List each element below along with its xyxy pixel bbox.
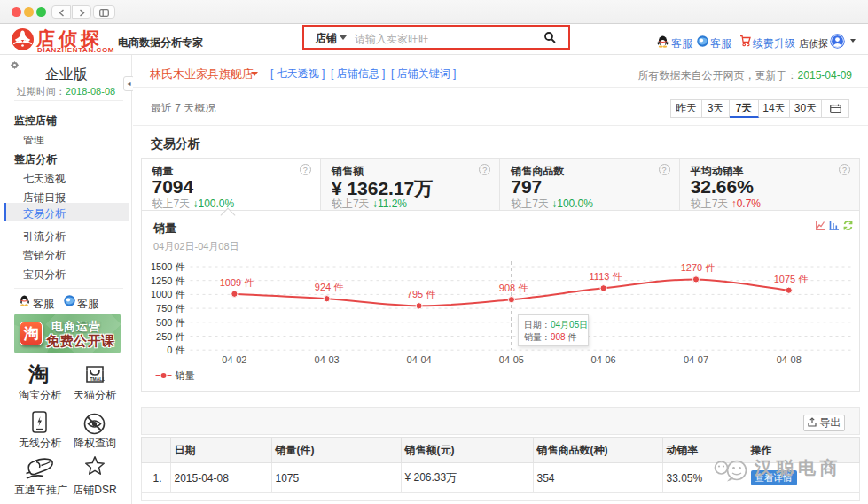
svg-text:0 件: 0 件 — [167, 345, 184, 355]
svg-text:250 件: 250 件 — [156, 331, 184, 342]
svg-text:1075 件: 1075 件 — [773, 274, 808, 284]
svg-text:TMALL: TMALL — [90, 376, 106, 382]
svg-text:1000 件: 1000 件 — [150, 289, 184, 299]
svg-text:04-05: 04-05 — [498, 354, 523, 365]
svg-text:1250 件: 1250 件 — [150, 275, 184, 286]
svg-text:750 件: 750 件 — [156, 303, 184, 314]
svg-text:04-08: 04-08 — [776, 354, 801, 365]
svg-text:销量: 销量 — [174, 370, 194, 381]
svg-text:1270 件: 1270 件 — [680, 262, 715, 273]
svg-text:1113 件: 1113 件 — [589, 271, 622, 282]
svg-text:04-03: 04-03 — [314, 354, 339, 365]
svg-text:1009 件: 1009 件 — [219, 277, 254, 288]
svg-text:04-06: 04-06 — [590, 354, 615, 365]
svg-text:04-02: 04-02 — [222, 354, 246, 365]
svg-text:04-07: 04-07 — [683, 354, 708, 365]
svg-text:1500 件: 1500 件 — [150, 261, 184, 272]
svg-text:908 件: 908 件 — [498, 283, 527, 293]
svg-text:04-04: 04-04 — [406, 354, 431, 365]
svg-text:924 件: 924 件 — [314, 282, 342, 292]
svg-text:795 件: 795 件 — [406, 289, 434, 299]
svg-text:500 件: 500 件 — [156, 317, 184, 328]
